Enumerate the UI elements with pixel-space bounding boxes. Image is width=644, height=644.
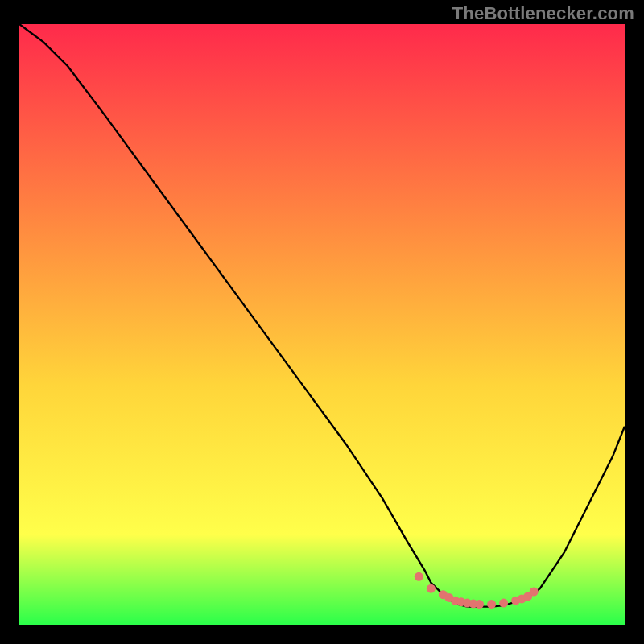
watermark-text: TheBottlenecker.com — [452, 3, 634, 24]
valley-marker-dot — [530, 588, 539, 597]
valley-marker-dot — [427, 584, 436, 593]
chart-frame: TheBottlenecker.com — [0, 0, 644, 644]
plot-area — [19, 24, 625, 625]
gradient-background — [19, 24, 625, 625]
valley-marker-dot — [415, 572, 423, 581]
valley-marker-dot — [487, 600, 496, 609]
chart-svg — [19, 24, 625, 625]
valley-marker-dot — [475, 600, 484, 609]
valley-marker-dot — [499, 599, 508, 608]
